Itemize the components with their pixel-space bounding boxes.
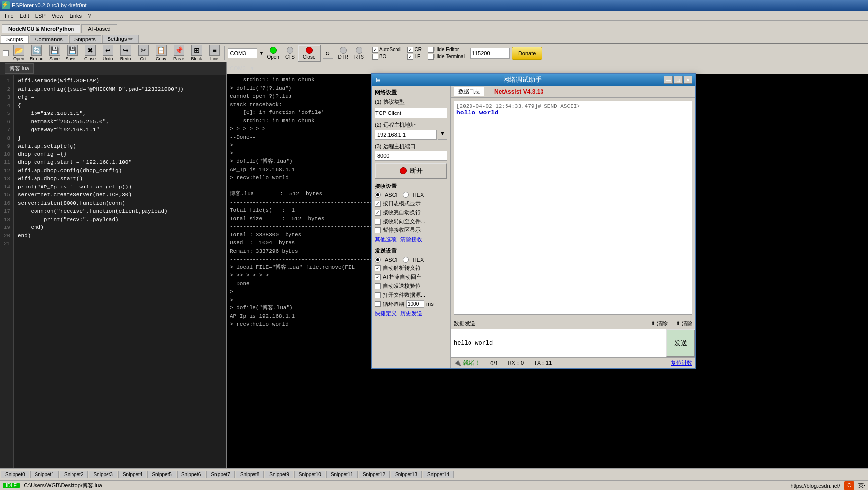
com-port-select[interactable]: COM3 [228, 48, 257, 58]
autoscroll-checkbox[interactable]: ✓ AutoScroll [372, 47, 402, 53]
snippet-5[interactable]: Snippet5 [147, 471, 176, 478]
send-ascii-radio[interactable] [375, 257, 381, 263]
com-dropdown[interactable]: ▼ [250, 65, 255, 71]
menu-links[interactable]: Links [66, 12, 85, 20]
copy-button[interactable]: 📋 Copy [152, 44, 170, 62]
pause-receive-checkbox[interactable]: 暂停接收区显示 [375, 226, 447, 234]
paste-button[interactable]: 📌 Paste [170, 44, 188, 62]
snippet-3[interactable]: Snippet3 [89, 471, 117, 478]
line-button[interactable]: ≡ Line [206, 44, 223, 62]
tab-at-based[interactable]: AT-based [81, 24, 117, 33]
auto-newline-check[interactable]: ✓ [375, 210, 381, 216]
tab-nodemcu[interactable]: NodeMCU & MicroPython [2, 24, 80, 33]
open-serial-button[interactable]: Open [264, 46, 282, 61]
com-dropdown-arrow[interactable]: ▼ [259, 50, 264, 56]
checksum-checkbox[interactable]: 自动发送校验位 [375, 282, 447, 290]
redo-button[interactable]: ↪ Redo [117, 44, 135, 62]
snippet-7[interactable]: Snippet7 [206, 471, 234, 478]
menu-view[interactable]: View [49, 12, 67, 20]
hide-terminal-check[interactable] [428, 54, 434, 60]
reload-button[interactable]: 🔄 Reload [28, 44, 46, 62]
bol-checkbox[interactable]: BOL [372, 54, 402, 60]
hide-editor-checkbox[interactable]: Hide Editor [428, 47, 465, 53]
tab-data-log[interactable]: 数据日志 [454, 87, 484, 96]
send-input[interactable] [451, 329, 666, 357]
tab-scripts[interactable]: Scripts [1, 35, 29, 43]
snippet-14[interactable]: Snippet14 [423, 471, 454, 478]
line-number-checkbox[interactable] [3, 50, 9, 56]
save-as-button[interactable]: 💾 Save... [64, 44, 81, 62]
send-button[interactable]: 发送 [666, 329, 695, 357]
menu-esp[interactable]: ESP [32, 12, 49, 20]
tab-settings[interactable]: Settings ✏ [102, 35, 139, 43]
snippet-0[interactable]: Snippet0 [1, 471, 29, 478]
file-source-checkbox[interactable]: 打开文件数据源... [375, 291, 447, 299]
net-close-button[interactable]: ✕ [684, 76, 692, 84]
hide-terminal-checkbox[interactable]: Hide Terminal [428, 54, 465, 60]
remote-host-input[interactable] [375, 130, 437, 140]
hide-editor-check[interactable] [428, 47, 434, 53]
cycle-period-check[interactable] [375, 301, 381, 307]
close-serial-button[interactable]: Close [298, 45, 321, 62]
history-send-link[interactable]: 历史发送 [400, 310, 422, 317]
snippet-2[interactable]: Snippet2 [60, 471, 88, 478]
escape-check[interactable]: ✓ [375, 265, 381, 271]
pause-receive-check[interactable] [375, 227, 381, 233]
cts-button[interactable]: CTS [282, 46, 298, 61]
cut-button[interactable]: ✂ Cut [135, 44, 152, 62]
snippet-9[interactable]: Snippet9 [265, 471, 293, 478]
autoscroll-check[interactable]: ✓ [372, 47, 378, 53]
cr-checkbox[interactable]: ✓ CR [407, 47, 421, 53]
net-minimize-button[interactable]: — [664, 76, 673, 84]
dtr-button[interactable]: DTR [335, 46, 352, 61]
receive-ascii-radio[interactable] [375, 192, 381, 198]
snippet-11[interactable]: Snippet11 [326, 471, 358, 478]
at-return-check[interactable]: ✓ [375, 274, 381, 280]
host-dropdown[interactable]: ▼ [438, 130, 447, 140]
cr-check[interactable]: ✓ [407, 47, 413, 53]
snippet-6[interactable]: Snippet6 [177, 471, 205, 478]
donate-button[interactable]: Donate [512, 47, 542, 60]
menu-edit[interactable]: Edit [17, 12, 32, 20]
lf-check[interactable]: ✓ [407, 54, 413, 60]
connect-button[interactable]: 断开 [375, 163, 447, 179]
tab-commands[interactable]: Commands [30, 35, 68, 43]
menu-file[interactable]: File [2, 12, 17, 20]
snippet-13[interactable]: Snippet13 [391, 471, 422, 478]
cycle-period-checkbox[interactable]: 循环周期 ms [375, 300, 447, 308]
other-options-link[interactable]: 其他选项 [375, 236, 397, 243]
reset-counter-button[interactable]: 复位计数 [671, 359, 692, 367]
undo-button[interactable]: ↩ Undo [99, 44, 117, 62]
at-return-checkbox[interactable]: ✓ AT指令自动回车 [375, 273, 447, 281]
menu-help[interactable]: ? [85, 12, 94, 20]
log-mode-check[interactable]: ✓ [375, 201, 381, 207]
snippet-4[interactable]: Snippet4 [118, 471, 146, 478]
redirect-file-checkbox[interactable]: 接收转向至文件... [375, 218, 447, 225]
open-button[interactable]: 📂 Open [10, 44, 28, 62]
escape-checkbox[interactable]: ✓ 自动解析转义符 [375, 264, 447, 272]
snippet-12[interactable]: Snippet12 [359, 471, 390, 478]
code-editor[interactable]: wifi.setmode(wifi.SOFTAP) wifi.ap.config… [14, 75, 226, 468]
save-button[interactable]: 💾 Save [46, 44, 64, 62]
rts-button[interactable]: RTS [351, 46, 367, 61]
block-button[interactable]: ⊞ Block [188, 44, 206, 62]
protocol-select[interactable]: TCP Client [375, 108, 447, 118]
auto-newline-checkbox[interactable]: ✓ 接收完自动换行 [375, 209, 447, 216]
lf-checkbox[interactable]: ✓ LF [407, 54, 421, 60]
data-send-tab[interactable]: 数据发送 [454, 320, 475, 327]
redirect-file-check[interactable] [375, 219, 381, 225]
quick-define-link[interactable]: 快捷定义 [375, 310, 397, 317]
line-num-check-box[interactable] [3, 50, 9, 56]
refresh-button[interactable]: ↻ [323, 48, 333, 59]
file-source-check[interactable] [375, 292, 381, 298]
close-button[interactable]: ✖ Close [81, 44, 99, 62]
bol-check[interactable] [372, 54, 378, 60]
snippet-8[interactable]: Snippet8 [236, 471, 264, 478]
tab-snippets[interactable]: Snippets [69, 35, 101, 43]
receive-hex-radio[interactable] [403, 192, 409, 198]
remote-port-input[interactable] [375, 151, 447, 161]
file-tab-item[interactable]: 博客.lua [5, 63, 34, 74]
snippet-10[interactable]: Snippet10 [294, 471, 326, 478]
log-mode-checkbox[interactable]: ✓ 按日志模式显示 [375, 200, 447, 207]
net-maximize-button[interactable]: □ [674, 76, 683, 84]
